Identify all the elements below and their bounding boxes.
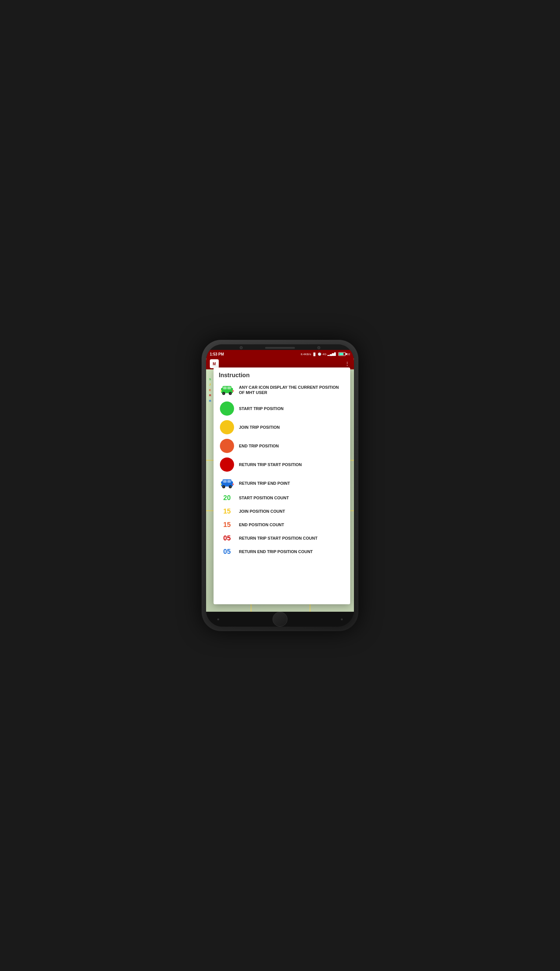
- legend-s: S: [209, 377, 211, 382]
- instruction-text-car-green: ANY CAR ICON DISPLAY THE CURRENT POSITIO…: [239, 385, 345, 395]
- svg-rect-3: [227, 387, 231, 389]
- front-camera: [240, 346, 243, 349]
- icon-green-circle: [219, 402, 235, 415]
- battery-fill: [339, 353, 343, 355]
- bottom-dot-right: [341, 619, 343, 620]
- phone-screen: 1:53 PM 8.4KB/s ▐▌ 🕐 4G ▂▄▆▊ 62: [206, 344, 354, 627]
- count-text-return-end: RETURN END TRIP POSITION COUNT: [239, 548, 345, 554]
- battery-icon: [338, 352, 346, 356]
- svg-point-7: [229, 392, 231, 394]
- instruction-row-red-circle: RETURN TRIP START POSITION: [219, 457, 345, 472]
- instruction-text-return-start: RETURN TRIP START POSITION: [239, 462, 345, 467]
- instruction-row-green-circle: START TRIP POSITION: [219, 401, 345, 416]
- count-text-return-start: RETURN TRIP START POSITION COUNT: [239, 535, 345, 541]
- icon-yellow-circle: [219, 420, 235, 434]
- logo-icon: M: [213, 362, 216, 366]
- count-row-return-start: 05 RETURN TRIP START POSITION COUNT: [219, 535, 345, 545]
- instruction-modal: Instruction: [213, 367, 350, 604]
- car-blue-svg: [220, 477, 235, 490]
- instruction-text-start: START TRIP POSITION: [239, 406, 345, 411]
- battery-percent: 62: [347, 352, 350, 356]
- orange-circle: [220, 439, 234, 453]
- svg-rect-13: [227, 480, 231, 482]
- legend-r1: R: [209, 393, 211, 398]
- count-text-join: JOIN POSITION COUNT: [239, 508, 345, 514]
- instruction-text-return-end: RETURN TRIP END POINT: [239, 480, 345, 486]
- count-text-end: END POSITION COUNT: [239, 521, 345, 527]
- header-menu-dots[interactable]: ⋮: [345, 361, 350, 367]
- status-right: 8.4KB/s ▐▌ 🕐 4G ▂▄▆▊ 62: [300, 352, 350, 356]
- instruction-text-join: JOIN TRIP POSITION: [239, 425, 345, 430]
- car-green-svg: [220, 384, 235, 396]
- svg-rect-12: [223, 480, 227, 482]
- bottom-dot-left: [217, 619, 219, 620]
- wifi-icon: 🕐: [318, 352, 322, 356]
- signal-icon: ▐▌: [312, 352, 316, 356]
- instruction-row-car-blue: RETURN TRIP END POINT: [219, 476, 345, 491]
- legend-r2: R: [209, 399, 211, 404]
- count-number-start: 20: [219, 494, 235, 501]
- status-time: 1:53 PM: [210, 352, 224, 356]
- icon-car-blue: [219, 477, 235, 490]
- instruction-text-end: END TRIP POSITION: [239, 443, 345, 449]
- app-content: Belg MIL Google M ⋮ S J E R R Inst: [206, 358, 354, 612]
- count-number-join: 15: [219, 508, 235, 515]
- instruction-row-yellow-circle: JOIN TRIP POSITION: [219, 420, 345, 435]
- legend-e: E: [209, 388, 211, 393]
- network-icon: 4G: [323, 352, 327, 356]
- count-number-return-end: 05: [219, 548, 235, 555]
- count-row-start: 20 START POSITION COUNT: [219, 494, 345, 505]
- svg-point-15: [223, 486, 225, 488]
- phone-bottom-bar: [206, 612, 354, 627]
- svg-rect-19: [232, 484, 234, 485]
- count-row-end: 15 END POSITION COUNT: [219, 521, 345, 532]
- network-speed: 8.4KB/s: [300, 352, 311, 356]
- svg-rect-18: [220, 484, 222, 485]
- count-text-start: START POSITION COUNT: [239, 494, 345, 501]
- svg-rect-8: [220, 390, 222, 392]
- green-circle: [220, 402, 234, 415]
- modal-title: Instruction: [219, 372, 345, 379]
- count-row-return-end: 05 RETURN END TRIP POSITION COUNT: [219, 548, 345, 559]
- count-number-end: 15: [219, 521, 235, 528]
- svg-rect-2: [223, 387, 227, 389]
- count-row-join: 15 JOIN POSITION COUNT: [219, 508, 345, 518]
- svg-rect-9: [232, 390, 234, 392]
- icon-red-circle: [219, 457, 235, 472]
- count-number-return-start: 05: [219, 535, 235, 542]
- svg-point-5: [223, 392, 225, 394]
- speaker-grille: [265, 347, 295, 349]
- phone-frame: 1:53 PM 8.4KB/s ▐▌ 🕐 4G ▂▄▆▊ 62: [202, 340, 358, 631]
- instruction-row-car-green: ANY CAR ICON DISPLAY THE CURRENT POSITIO…: [219, 382, 345, 397]
- status-bar: 1:53 PM 8.4KB/s ▐▌ 🕐 4G ▂▄▆▊ 62: [206, 350, 354, 358]
- home-button[interactable]: [273, 612, 287, 627]
- instruction-row-orange-circle: END TRIP POSITION: [219, 439, 345, 454]
- icon-car-green: [219, 384, 235, 396]
- phone-top-physical: [206, 344, 354, 350]
- yellow-circle: [220, 420, 234, 434]
- legend-j: J: [209, 382, 211, 387]
- icon-orange-circle: [219, 439, 235, 453]
- red-circle: [220, 457, 234, 472]
- signal-bars: ▂▄▆▊: [327, 352, 337, 356]
- svg-point-17: [229, 486, 231, 488]
- sensor: [317, 346, 320, 349]
- app-logo: M: [210, 359, 219, 368]
- sidebar-legend: S J E R R: [209, 377, 211, 404]
